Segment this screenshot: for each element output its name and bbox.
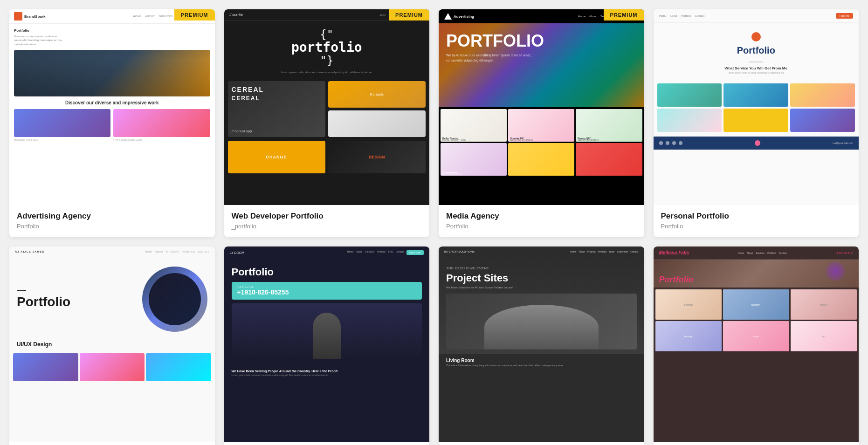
p5-hero-circle: [142, 267, 207, 332]
p1-nav-services: SERVICES: [158, 15, 172, 18]
card-fashion-beauty[interactable]: Mellissa Falls Home About Services Portf…: [654, 246, 859, 445]
p5-circle-inner: [149, 273, 201, 325]
p5-logo-text: AJ ALICE JAMES: [15, 250, 44, 253]
p1-discover-text: Discover our diverse and impressive work: [14, 100, 210, 105]
p4-cta-btn[interactable]: Hire Me: [836, 13, 853, 19]
p8-cell-6: art: [791, 321, 857, 351]
p4-nav-partly: Partly: [659, 14, 666, 17]
p5-about: ABOUT: [155, 250, 163, 253]
p5-contact: CONTACT: [198, 250, 209, 253]
p4-nav-contact: Contact: [695, 14, 705, 17]
p2-hero-text: {" portfolio "} Lorem ipsum dolor sit am…: [224, 21, 430, 77]
card-advertising-agency[interactable]: PREMIUM BrandSpark HOME ABOUT SERVICES P…: [9, 9, 215, 237]
p5-line: [17, 290, 26, 291]
p3-portfolio-title: PORTFOLIO: [446, 33, 637, 49]
card-info-8: Fashion & Beauty Portfolio: [654, 442, 859, 445]
p2-classic-image: // classic: [328, 81, 426, 108]
p6-hero: Portfolio Toll Free Call +1910-826-85255: [224, 259, 430, 367]
p6-logo-text: La DOOR: [230, 251, 244, 254]
p7-projects: Projects: [587, 250, 596, 253]
p7-home: Home: [570, 250, 576, 253]
card-title-2: Web Developer Portfolio: [232, 212, 422, 221]
p2-bottom-images: CHANGE DESIGN: [224, 141, 430, 177]
card-preview-8: Mellissa Falls Home About Services Portf…: [654, 246, 859, 442]
p8-home: Home: [738, 252, 744, 254]
p1-logo-icon: [14, 12, 22, 21]
p2-design-image: DESIGN: [328, 141, 426, 173]
p2-link-jobs: Jobs: [380, 14, 386, 16]
p3-cell-sub-1: DIGITAL_CONCEPT_CONS: [442, 139, 466, 141]
p3-logo-triangle: [444, 13, 452, 20]
p5-nav-links: HOME ABOUT INTERESTS PORTFOLIO CONTACT: [145, 250, 209, 253]
p1-portfolio-label: Portfolio: [14, 28, 210, 33]
p6-open-btn[interactable]: Open Now!: [406, 250, 424, 255]
card-preview-2: // userfile Jobs About portfolio Contact…: [224, 9, 430, 205]
p5-strip-3: [146, 353, 211, 381]
card-info-1: Advertising Agency Portfolio: [9, 205, 215, 237]
p1-thumb-label-2: Free & Space Mobile Game: [113, 138, 210, 141]
p1-thumbs-grid: Brainstorm Force 2023 Free & Space Mobil…: [14, 109, 210, 141]
p8-services: Services: [756, 252, 765, 254]
p6-phone: +1910-826-85255: [237, 288, 417, 296]
p5-strip-2: [80, 353, 145, 381]
p8-about: About: [747, 252, 753, 254]
p4-portfolio-title: Portfolio: [661, 45, 852, 56]
p2-brace-open: {": [229, 28, 425, 41]
p7-sublabel: THE EXCLUSIVE EVENT: [446, 266, 637, 270]
p2-change-image: CHANGE: [228, 141, 325, 173]
p3-cell-2: Graceful INC MARKETING & PLANNING: [508, 109, 574, 142]
p1-logo-text: BrandSpark: [24, 14, 45, 19]
card-info-6: Interior Design Portfolio: [224, 442, 430, 445]
p6-contact: Contact: [396, 250, 404, 255]
card-web-developer[interactable]: PREMIUM // userfile Jobs About portfolio…: [224, 9, 430, 237]
card-subtitle-3: Portfolio: [446, 223, 637, 230]
premium-badge-1: PREMIUM: [174, 9, 215, 21]
p8-logo: Mellissa Falls: [659, 250, 689, 255]
p1-hero: Portfolio Discover our innovative portfo…: [9, 24, 215, 146]
premium-badge-3: PREMIUM: [604, 9, 644, 21]
card-personal-portfolio[interactable]: Partly About Portfolio Contact Hire Me P…: [654, 9, 859, 237]
p3-logo-group: Advertising: [444, 13, 474, 20]
card-project-sites[interactable]: INTERIOR SOLUTIONS Home About Projects P…: [439, 246, 644, 445]
card-media-agency[interactable]: PREMIUM Advertising Home About Services …: [439, 9, 644, 237]
p2-right-images: // classic: [328, 81, 426, 137]
card-ux-design[interactable]: AJ ALICE JAMES HOME ABOUT INTERESTS PORT…: [9, 246, 215, 445]
p6-service-desc: Lorem ipsum dolor sit amet, consectetur …: [224, 374, 430, 380]
p4-nav-about: About: [670, 14, 677, 17]
p4-footer-bar: mail@example.com: [654, 137, 859, 150]
p6-portfolio-title: Portfolio: [232, 266, 422, 278]
card-interior-door[interactable]: La DOOR Home About Services Portfolio FA…: [224, 246, 430, 445]
p8-cell-4: beauty: [655, 321, 722, 351]
card-preview-6: La DOOR Home About Services Portfolio FA…: [224, 246, 430, 442]
p4-cell-6: [790, 109, 855, 132]
p8-portfolio-title: Portfolio: [659, 275, 694, 285]
p1-thumb-right: Free & Space Mobile Game: [113, 109, 210, 141]
card-title-1: Advertising Agency: [17, 212, 207, 221]
p4-services-grid: [654, 83, 859, 132]
p4-nav-portfolio: Portfolio: [681, 14, 691, 17]
p8-navbar: Mellissa Falls Home About Services Portf…: [654, 246, 859, 260]
p8-cell-inner-3: model: [791, 289, 857, 320]
p8-contact: Contact: [779, 252, 787, 254]
card-subtitle-4: Portfolio: [661, 223, 852, 230]
p6-about: About: [356, 250, 362, 255]
p4-dot: [751, 32, 761, 41]
p4-divider: [749, 62, 763, 62]
p8-portfolio: Portfolio: [767, 252, 776, 254]
p1-main-image: [14, 50, 210, 96]
p6-person-silhouette: [313, 313, 341, 359]
p4-cell-4: [657, 109, 722, 132]
p5-portfolio-title: Portfolio: [17, 295, 135, 308]
p2-portfolio-word: portfolio: [229, 41, 425, 54]
p8-orb: [826, 262, 845, 281]
p3-cell-sub-4: DIGITAL ADVERTISING: [442, 173, 462, 175]
card-preview-1: BrandSpark HOME ABOUT SERVICES PORTFOLIO…: [9, 9, 215, 205]
p7-about: About: [579, 250, 585, 253]
p3-cell-sub-2: MARKETING & PLANNING: [510, 139, 533, 141]
p7-hero: THE EXCLUSIVE EVENT Project Sites We Hav…: [439, 257, 644, 354]
p3-nav-about: About: [589, 15, 597, 18]
p6-nav-links: Home About Services Portfolio FAQ Contac…: [347, 250, 424, 255]
p8-cell-inner-6: art: [791, 321, 857, 351]
card-preview-5: AJ ALICE JAMES HOME ABOUT INTERESTS PORT…: [9, 246, 215, 442]
p7-navbar: INTERIOR SOLUTIONS Home About Projects P…: [439, 246, 644, 257]
